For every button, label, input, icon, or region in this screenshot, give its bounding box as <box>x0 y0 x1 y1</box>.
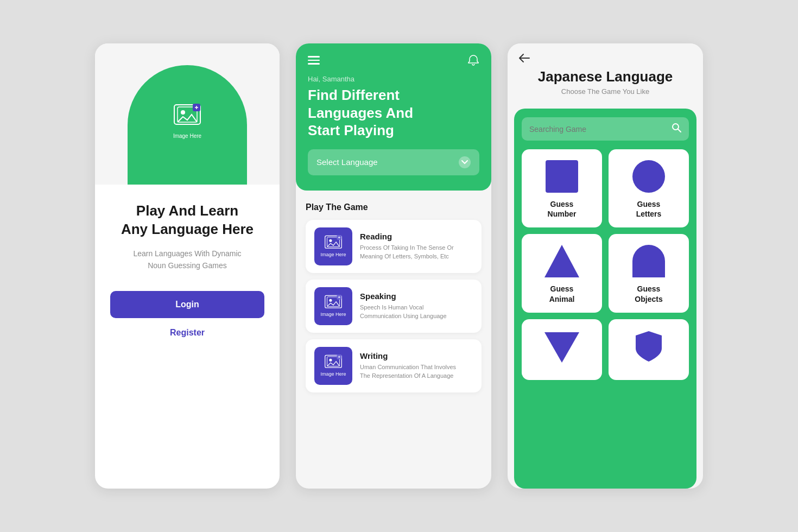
writing-title: Writing <box>360 351 456 360</box>
triangle-shape-icon <box>544 245 579 277</box>
greeting-text: Hai, Samantha <box>308 75 479 83</box>
screen-1-title: Play And LearnAny Language Here <box>121 202 254 239</box>
screen-3-header: Japanese Language Choose The Game You Li… <box>508 43 703 109</box>
screen-1-subtitle: Learn Languages With DynamicNoun Guessin… <box>133 248 241 272</box>
screen-1-body: Play And LearnAny Language Here Learn La… <box>95 185 280 338</box>
game-card-writing-info: Writing Uman Communication That Involves… <box>360 351 456 381</box>
svg-line-25 <box>678 129 681 132</box>
bell-icon[interactable] <box>467 54 479 66</box>
games-grid: GuessNumber GuessLetters GuessAnimal Gue… <box>522 149 689 380</box>
back-button[interactable] <box>518 53 530 63</box>
topbar <box>308 54 479 66</box>
screen-1: Image Here Play And LearnAny Language He… <box>95 43 280 489</box>
select-language-button[interactable]: Select Language <box>308 149 479 175</box>
speaking-desc: Speech Is Human VocalCommunication Using… <box>360 303 447 321</box>
reading-img-label: Image Here <box>320 252 346 257</box>
game-card-guess-objects[interactable]: GuessObjects <box>609 234 689 312</box>
reading-image-icon <box>324 235 343 250</box>
game-card-guess-color[interactable] <box>522 319 602 380</box>
ham-line-3 <box>308 63 320 65</box>
hero-image-placeholder: Image Here <box>170 100 205 139</box>
search-icon[interactable] <box>672 123 681 135</box>
game-card-guess-shape[interactable] <box>609 319 689 380</box>
hamburger-icon[interactable] <box>308 56 320 65</box>
shield-svg <box>635 330 663 363</box>
hero-image-icon <box>170 100 205 131</box>
screen-3-green-body: GuessNumber GuessLetters GuessAnimal Gue… <box>514 109 696 489</box>
guess-objects-title: GuessObjects <box>635 284 662 303</box>
svg-point-20 <box>329 359 332 362</box>
game-card-guess-letters[interactable]: GuessLetters <box>609 149 689 227</box>
writing-image-icon <box>324 354 343 370</box>
game-card-guess-animal[interactable]: GuessAnimal <box>522 234 602 312</box>
ham-line-1 <box>308 56 320 58</box>
search-bar <box>522 117 689 141</box>
screen-3-title: Japanese Language <box>518 68 692 85</box>
game-card-speaking-img: Image Here <box>314 287 352 325</box>
select-lang-label: Select Language <box>316 157 378 167</box>
play-game-section-title: Play The Game <box>306 202 482 212</box>
inverted-triangle-shape-icon <box>544 332 579 363</box>
speaking-title: Speaking <box>360 292 447 301</box>
game-card-reading-img: Image Here <box>314 227 352 265</box>
register-button[interactable]: Register <box>170 328 205 338</box>
reading-desc: Process Of Taking In The Sense OrMeaning… <box>360 243 454 261</box>
guess-number-title: GuessNumber <box>548 199 577 219</box>
writing-img-label: Image Here <box>320 371 346 377</box>
game-card-guess-number[interactable]: GuessNumber <box>522 149 602 227</box>
screen-2-main-title: Find DifferentLanguages AndStart Playing <box>308 86 479 140</box>
arch-shape-icon <box>632 245 665 277</box>
login-button[interactable]: Login <box>110 291 264 318</box>
svg-point-8 <box>329 239 332 242</box>
game-card-speaking[interactable]: Image Here Speaking Speech Is Human Voca… <box>306 280 482 333</box>
reading-title: Reading <box>360 232 454 241</box>
back-arrow-icon <box>518 53 530 63</box>
screen-3-subtitle: Choose The Game You Like <box>518 87 692 96</box>
game-card-speaking-info: Speaking Speech Is Human VocalCommunicat… <box>360 292 447 321</box>
game-card-writing[interactable]: Image Here Writing Uman Communication Th… <box>306 339 482 392</box>
svg-point-2 <box>181 110 185 115</box>
guess-animal-title: GuessAnimal <box>549 284 575 303</box>
svg-point-14 <box>329 299 332 302</box>
chevron-down-icon <box>459 156 471 168</box>
screen-2-body: Play The Game Image Here <box>296 191 491 411</box>
hero-image-label: Image Here <box>173 133 201 139</box>
screen-2-header: Hai, Samantha Find DifferentLanguages An… <box>296 43 491 191</box>
search-input[interactable] <box>529 125 672 134</box>
speaking-img-label: Image Here <box>320 312 346 317</box>
speaking-image-icon <box>324 295 343 310</box>
search-svg-icon <box>672 123 681 132</box>
screen-3: Japanese Language Choose The Game You Li… <box>508 43 703 489</box>
circle-shape-icon <box>632 160 665 193</box>
arch-container: Image Here <box>128 65 247 185</box>
square-shape-icon <box>546 160 578 193</box>
game-card-reading[interactable]: Image Here Reading Process Of Taking In … <box>306 220 482 273</box>
guess-letters-title: GuessLetters <box>636 199 662 219</box>
shield-shape-icon <box>635 330 663 365</box>
ham-line-2 <box>308 60 320 61</box>
chevron-svg <box>461 160 468 164</box>
game-card-reading-info: Reading Process Of Taking In The Sense O… <box>360 232 454 261</box>
writing-desc: Uman Communication That InvolvesThe Repr… <box>360 363 456 381</box>
screens-container: Image Here Play And LearnAny Language He… <box>22 43 776 489</box>
image-svg-icon <box>173 104 201 128</box>
game-card-writing-img: Image Here <box>314 347 352 385</box>
screen-2: Hai, Samantha Find DifferentLanguages An… <box>296 43 491 489</box>
hero-section: Image Here <box>95 43 280 185</box>
